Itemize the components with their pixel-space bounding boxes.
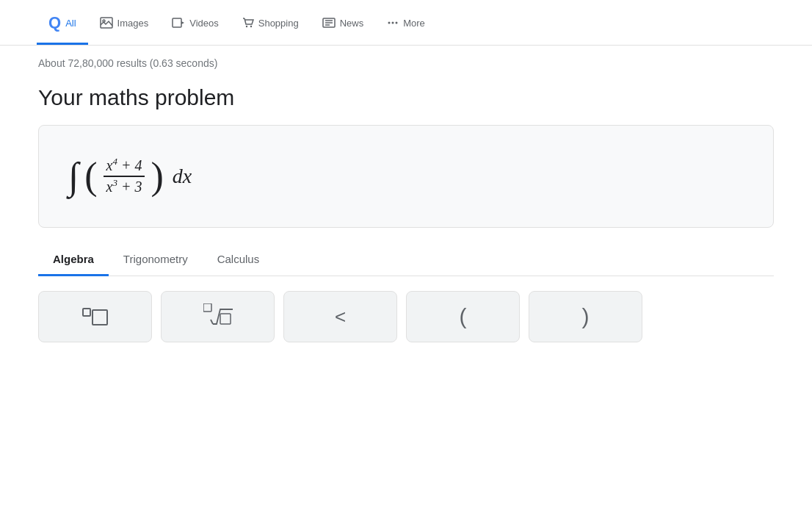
- more-icon: [387, 17, 399, 29]
- less-than-button[interactable]: <: [283, 291, 397, 342]
- math-tab-calculus-label: Calculus: [217, 253, 260, 265]
- open-paren-label: (: [460, 304, 467, 329]
- tab-shopping-label: Shopping: [258, 18, 299, 29]
- search-tabs: Q All Images Videos: [0, 0, 812, 46]
- open-big-paren: (: [84, 157, 97, 195]
- power-icon: [82, 308, 108, 325]
- tab-news[interactable]: News: [311, 4, 376, 41]
- tab-news-label: News: [340, 18, 364, 29]
- calculator-buttons: < ( ): [38, 291, 774, 342]
- close-paren-button[interactable]: ): [529, 291, 642, 342]
- video-icon: [172, 18, 185, 28]
- math-tab-algebra[interactable]: Algebra: [38, 245, 109, 276]
- svg-marker-3: [181, 21, 184, 24]
- news-icon: [322, 18, 336, 28]
- math-tabs: Algebra Trigonometry Calculus: [38, 245, 774, 276]
- close-paren-label: ): [582, 304, 590, 329]
- tab-more[interactable]: More: [375, 4, 437, 41]
- math-tab-calculus[interactable]: Calculus: [203, 245, 275, 276]
- sqrt-icon: [203, 303, 233, 330]
- close-big-paren: ): [151, 157, 163, 195]
- svg-point-4: [246, 26, 247, 27]
- svg-point-11: [392, 22, 394, 24]
- sqrt-button[interactable]: [161, 291, 275, 342]
- tab-all-label: All: [65, 18, 76, 29]
- shopping-icon: [242, 17, 254, 29]
- svg-rect-2: [173, 18, 181, 27]
- tab-images[interactable]: Images: [88, 4, 161, 41]
- fraction-numerator: x4 + 4: [104, 157, 145, 177]
- math-tab-trigonometry[interactable]: Trigonometry: [109, 245, 203, 276]
- svg-point-5: [250, 26, 252, 27]
- images-icon: [100, 17, 113, 29]
- results-count-text: About 72,80,000 results (0.63 seconds): [38, 57, 217, 69]
- open-paren-button[interactable]: (: [406, 291, 520, 342]
- svg-rect-13: [203, 303, 211, 312]
- integral-sign: ∫: [68, 157, 79, 195]
- dx-text: dx: [173, 165, 192, 188]
- fraction: x4 + 4 x3 + 3: [104, 157, 145, 195]
- search-icon: Q: [48, 13, 61, 32]
- fraction-denominator: x3 + 3: [104, 177, 145, 195]
- tab-images-label: Images: [117, 18, 149, 29]
- less-than-label: <: [335, 306, 346, 328]
- math-tab-algebra-label: Algebra: [53, 253, 94, 265]
- svg-point-12: [396, 22, 398, 24]
- math-tab-trigonometry-label: Trigonometry: [123, 253, 188, 265]
- tab-more-label: More: [403, 18, 425, 29]
- tab-videos[interactable]: Videos: [160, 4, 231, 41]
- svg-line-14: [211, 320, 213, 324]
- power-button[interactable]: [38, 291, 152, 342]
- tab-all[interactable]: Q All: [37, 0, 88, 45]
- math-expression-box: ∫ ( x4 + 4 x3 + 3 ) dx: [38, 125, 774, 228]
- svg-rect-15: [220, 314, 231, 324]
- math-title: Your maths problem: [38, 85, 774, 110]
- results-count: About 72,80,000 results (0.63 seconds): [0, 46, 812, 76]
- svg-point-10: [388, 22, 391, 24]
- math-formula: ∫ ( x4 + 4 x3 + 3 ) dx: [68, 157, 192, 195]
- math-section: Your maths problem ∫ ( x4 + 4 x3 + 3 ) d…: [0, 85, 812, 342]
- tab-videos-label: Videos: [189, 18, 219, 29]
- tab-shopping[interactable]: Shopping: [231, 4, 311, 41]
